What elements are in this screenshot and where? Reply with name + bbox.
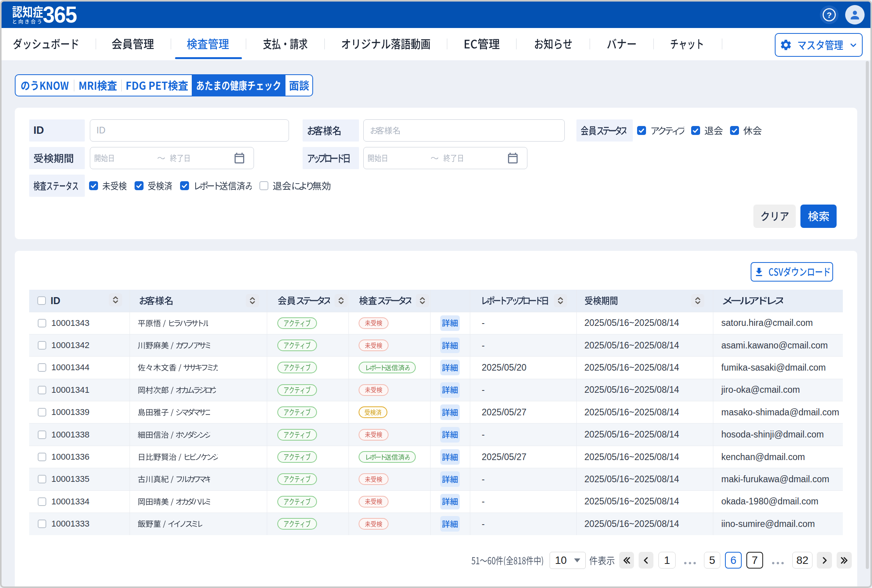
svg-text:?: ?	[827, 10, 832, 19]
